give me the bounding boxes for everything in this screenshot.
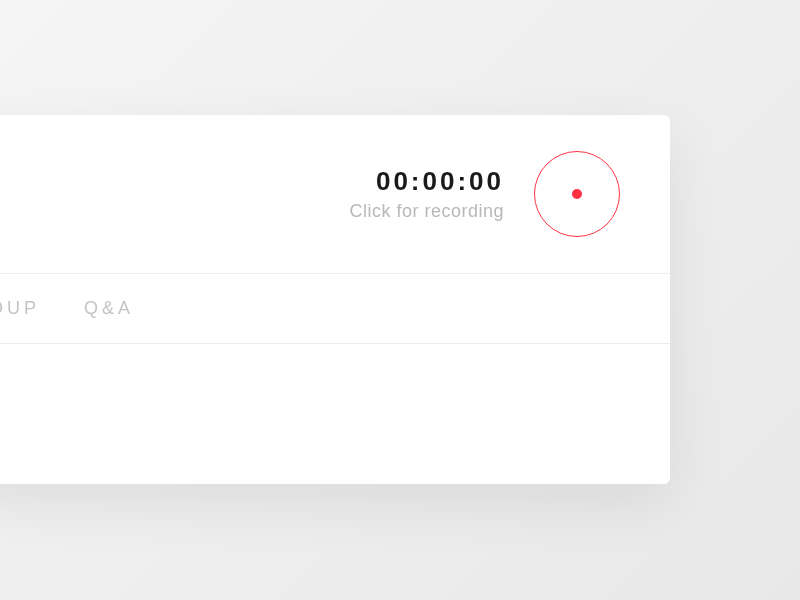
content-area	[0, 344, 670, 484]
tab-qa[interactable]: Q&A	[84, 298, 134, 319]
timer-block: 00:00:00 Click for recording	[349, 166, 504, 222]
card-header: 00:00:00 Click for recording	[0, 115, 670, 273]
timer-display: 00:00:00	[376, 166, 504, 197]
record-button[interactable]	[534, 151, 620, 237]
tab-bar: GROUP Q&A	[0, 273, 670, 344]
recording-card: 00:00:00 Click for recording GROUP Q&A	[0, 115, 670, 484]
tab-group[interactable]: GROUP	[0, 298, 40, 319]
record-icon	[572, 189, 582, 199]
timer-hint-text: Click for recording	[349, 201, 504, 222]
